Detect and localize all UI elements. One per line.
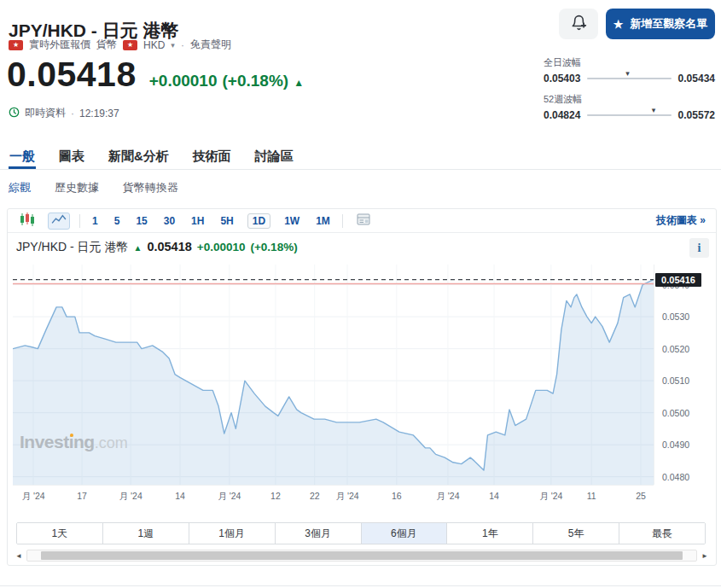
candlestick-icon [20, 212, 35, 229]
up-triangle-icon: ▲ [294, 77, 304, 89]
category-label[interactable]: 貨幣 [96, 38, 117, 52]
range-1y-button[interactable]: 1年 [447, 523, 533, 544]
hongkong-flag-icon: ★ [123, 40, 137, 50]
x-label: 月 '24 [539, 491, 562, 503]
add-to-watchlist-button[interactable]: ★ 新增至觀察名單 [606, 9, 715, 39]
currency-selector[interactable]: HKD [143, 39, 165, 51]
interval-1d-button[interactable]: 1D [247, 213, 270, 229]
current-price-tag: 0.05416 [655, 273, 701, 287]
x-label: 17 [77, 491, 87, 501]
info-icon[interactable]: i [689, 238, 709, 258]
x-label: 14 [489, 491, 499, 501]
toolbar-divider [342, 214, 343, 228]
week52-range-marker-icon: ▾ [652, 106, 656, 114]
interval-1m-button[interactable]: 1M [313, 213, 333, 229]
sub-tabs: 綜觀歷史數據貨幣轉換器 [9, 180, 178, 195]
week52-range-low: 0.04824 [544, 109, 580, 121]
chart-header: JPY/HKD - 日元 港幣 ▲ 0.05418 +0.00010 (+0.1… [16, 240, 298, 255]
quote-time: 12:19:37 [79, 108, 119, 119]
subtab-overview[interactable]: 綜觀 [9, 180, 31, 195]
tab-general[interactable]: 一般 [9, 142, 36, 169]
dot-separator: · [71, 108, 74, 119]
interval-5-button[interactable]: 5 [112, 213, 123, 229]
main-tabs: 一般圖表新聞&分析技術面討論區 [0, 142, 721, 170]
y-axis: 0.05416 0.05400.05300.05200.05100.05000.… [654, 265, 715, 485]
investing-watermark: Investing .com [20, 432, 128, 452]
range-1d-button[interactable]: 1天 [17, 523, 103, 544]
interval-30-button[interactable]: 30 [161, 213, 177, 229]
technical-chart-link[interactable]: 技術圖表 » [651, 212, 707, 229]
scrollbar-track[interactable] [26, 550, 697, 562]
interval-5h-button[interactable]: 5H [218, 213, 235, 229]
chart-widget: 1515301H5H1D1W1M 技術圖表 » JPY/HKD - 日元 港幣 … [7, 208, 717, 566]
jpy-hkd-quote-page: JPY/HKD - 日元 港幣 ★ 實時外匯報價 貨幣 ★ HKD ▾ · 免責… [0, 0, 721, 588]
y-tick: 0.0480 [662, 472, 689, 482]
range-3m-button[interactable]: 3個月 [276, 523, 362, 544]
day-range-track: ▾ [587, 78, 671, 79]
star-icon: ★ [613, 18, 624, 31]
scrollbar-thumb[interactable] [41, 551, 683, 560]
quote-time-row: 即時資料 · 12:19:37 [9, 106, 119, 120]
change-value: +0.00010 [149, 72, 218, 90]
x-label: 14 [175, 491, 185, 501]
tab-charts[interactable]: 圖表 [58, 142, 85, 169]
week52-range: 52週波幅 0.04824 ▾ 0.05572 [544, 93, 715, 122]
area-chart-button[interactable] [48, 212, 70, 230]
week52-range-high: 0.05572 [678, 109, 715, 121]
chart-change: +0.00010 [197, 241, 246, 253]
area-chart-icon [51, 213, 67, 228]
scroll-left-icon[interactable]: ◄ [15, 552, 23, 560]
create-alert-button[interactable] [559, 9, 598, 39]
quote-row: 0.05418 +0.00010 (+0.18%) ▲ [7, 55, 304, 95]
y-tick: 0.0510 [662, 376, 689, 386]
y-tick: 0.0500 [662, 408, 689, 418]
subtab-historical-data[interactable]: 歷史數據 [55, 180, 99, 195]
section-divider [0, 585, 721, 586]
x-label: 月 '24 [119, 491, 142, 503]
interval-1-button[interactable]: 1 [90, 213, 101, 229]
interval-1w-button[interactable]: 1W [282, 213, 302, 229]
add-to-watchlist-label: 新增至觀察名單 [630, 16, 707, 32]
x-label: 月 '24 [218, 491, 241, 503]
japan-flag-icon: ★ [9, 40, 23, 50]
news-panel-button[interactable] [352, 212, 375, 230]
tab-technical[interactable]: 技術面 [192, 142, 232, 169]
instrument-meta: ★ 實時外匯報價 貨幣 ★ HKD ▾ · 免責聲明 [9, 38, 231, 52]
tab-comments[interactable]: 討論區 [254, 142, 294, 169]
chart-change-percent: (+0.18%) [250, 241, 297, 253]
watermark-brand: Investing [20, 432, 95, 452]
change-percent: (+0.18%) [223, 72, 289, 90]
chart-scrollbar[interactable]: ◄ ► [15, 550, 709, 562]
disclaimer-link[interactable]: 免責聲明 [190, 38, 231, 52]
day-range-low: 0.05403 [544, 73, 580, 84]
week52-range-track: ▾ [587, 114, 671, 116]
day-range: 全日波幅 0.05403 ▾ 0.05434 [544, 56, 715, 85]
x-label: 月 '24 [335, 491, 358, 503]
y-tick: 0.0490 [662, 440, 689, 450]
range-6m-button[interactable]: 6個月 [362, 523, 448, 544]
tab-news-analysis[interactable]: 新聞&分析 [108, 142, 170, 169]
watermark-orange-dot [70, 434, 73, 437]
bell-plus-icon [571, 15, 587, 33]
up-triangle-icon: ▲ [133, 243, 142, 253]
ranges-panel: 全日波幅 0.05403 ▾ 0.05434 52週波幅 0.04824 ▾ 0… [544, 56, 715, 130]
scroll-right-icon[interactable]: ► [701, 552, 709, 560]
watermark-domain: .com [95, 434, 128, 452]
news-panel-icon [357, 213, 370, 228]
time-range-buttons: 1天1週1個月3個月6個月1年5年最長 [16, 522, 706, 544]
interval-1h-button[interactable]: 1H [189, 213, 206, 229]
range-5y-button[interactable]: 5年 [533, 523, 619, 544]
day-range-marker-icon: ▾ [625, 69, 630, 78]
chevron-down-icon[interactable]: ▾ [171, 41, 175, 49]
range-1m-button[interactable]: 1個月 [189, 523, 276, 544]
dot-separator: · [181, 39, 184, 51]
range-max-button[interactable]: 最長 [619, 523, 705, 544]
price-chart-plot[interactable]: Investing .com [13, 265, 654, 485]
range-1w-button[interactable]: 1週 [103, 523, 189, 544]
x-label: 月 '24 [436, 491, 459, 503]
x-label: 月 '24 [21, 491, 44, 503]
candlestick-chart-button[interactable] [16, 212, 38, 230]
interval-15-button[interactable]: 15 [133, 213, 149, 229]
day-range-label: 全日波幅 [544, 56, 715, 69]
subtab-currency-converter[interactable]: 貨幣轉換器 [123, 180, 178, 195]
